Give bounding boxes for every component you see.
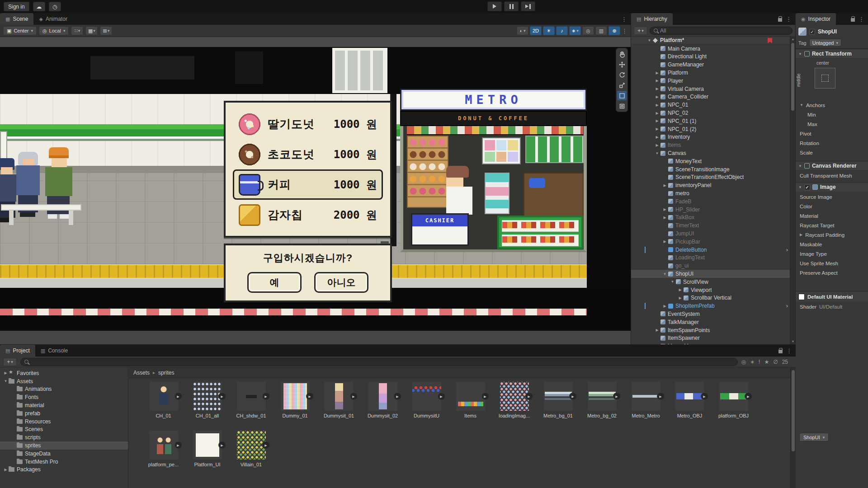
hierarchy-row[interactable]: ▶ Platform <box>631 69 790 77</box>
scrollbar-thumb[interactable] <box>792 370 795 451</box>
tab-animator[interactable]: ◈ Animator <box>33 13 73 25</box>
asset-thumbnail[interactable] <box>632 382 660 411</box>
asset-thumbnail[interactable] <box>325 382 354 411</box>
filter-by-type-icon[interactable]: ◎ <box>741 359 746 365</box>
asset-expand-icon[interactable]: ▶ <box>569 393 577 400</box>
anchors-foldout[interactable]: ▼Anchors <box>796 100 868 110</box>
kebab-menu-icon[interactable]: ⋮ <box>859 16 864 23</box>
asset-thumbnail[interactable] <box>149 431 178 460</box>
grid-visual-button[interactable]: ▦▾ <box>85 26 98 35</box>
hierarchy-row[interactable]: SceneTransitionEffectObject <box>631 174 790 182</box>
tab-scene[interactable]: ▦ Scene <box>0 13 33 25</box>
create-object-button[interactable]: +▾ <box>634 27 647 35</box>
rect-tool-button[interactable] <box>617 91 627 100</box>
hierarchy-row[interactable]: ▶ ShopItemPrefab › <box>631 302 790 310</box>
expand-arrow-icon[interactable]: ▶ <box>3 468 9 472</box>
project-tree-row[interactable]: TextMesh Pro <box>0 458 128 466</box>
hierarchy-row[interactable]: ▼ Platform* <box>631 37 790 45</box>
asset-thumbnail[interactable] <box>193 431 222 460</box>
expand-arrow-icon[interactable]: ▼ <box>662 272 668 276</box>
assetbundle-dropdown[interactable]: ShopUI▾ <box>799 433 829 441</box>
fold-arrow-icon[interactable]: ▼ <box>798 52 802 56</box>
hierarchy-scrollbar[interactable]: ▴ ▾ <box>790 37 795 344</box>
expand-arrow-icon[interactable]: ▶ <box>654 103 660 107</box>
breadcrumb-root[interactable]: Assets <box>133 370 150 376</box>
hierarchy-row[interactable]: ▼ ScrollView <box>631 278 790 286</box>
hierarchy-row[interactable]: ▶ TalkBox <box>631 214 790 222</box>
project-tree-row[interactable]: material <box>0 401 128 409</box>
scene-audio-toggle[interactable]: ♪ <box>556 26 568 35</box>
shop-menu-item[interactable]: 감자칩 2000 원 <box>233 200 383 230</box>
hierarchy-row[interactable]: ▶ NPC_02 <box>631 109 790 117</box>
expand-arrow-icon[interactable]: ▶ <box>654 111 660 115</box>
effects-dropdown[interactable]: ∗▾ <box>569 26 581 35</box>
no-button[interactable]: 아니오 <box>314 272 368 293</box>
scene-lighting-toggle[interactable]: ☀ <box>543 26 555 35</box>
tool-handle-rotation-dropdown[interactable]: ◎ Local ▾ <box>39 26 69 35</box>
asset-expand-icon[interactable]: ▶ <box>657 393 665 400</box>
shop-menu-item[interactable]: 커피 1000 원 <box>233 169 383 200</box>
hierarchy-row[interactable]: ▶ Inventory <box>631 133 790 141</box>
hierarchy-row[interactable]: ▶ NPC_01 <box>631 101 790 109</box>
asset-thumbnail[interactable] <box>719 382 748 411</box>
asset-expand-icon[interactable]: ▶ <box>525 393 533 400</box>
hierarchy-row[interactable]: ▶ Player <box>631 77 790 85</box>
asset-thumbnail[interactable] <box>544 382 573 411</box>
expand-arrow-icon[interactable]: ▼ <box>670 280 675 284</box>
lock-icon[interactable] <box>851 18 855 22</box>
project-tree-row[interactable]: Animations <box>0 385 128 394</box>
pause-button[interactable] <box>504 1 519 11</box>
project-tree-row[interactable]: ▶ Packages <box>0 466 128 474</box>
2d-mode-toggle[interactable]: 2D <box>530 26 542 35</box>
tab-project[interactable]: ▤ Project <box>0 345 35 357</box>
play-button[interactable] <box>487 1 502 11</box>
hierarchy-row[interactable]: ▶ HP_Slider <box>631 206 790 214</box>
expand-arrow-icon[interactable]: ▶ <box>654 95 660 99</box>
expand-arrow-icon[interactable]: ▶ <box>654 328 660 332</box>
expand-arrow-icon[interactable]: ▼ <box>646 38 652 42</box>
hierarchy-row[interactable]: ▶ NPC_01 (2) <box>631 125 790 133</box>
anchor-preset-widget[interactable] <box>815 68 835 89</box>
material-preview-header[interactable]: Default UI Material <box>796 291 868 302</box>
image-component-header[interactable]: ▼ ✓ Image <box>796 182 868 192</box>
asset-item[interactable]: ▶ CH_shdw_01 <box>229 381 273 430</box>
transform-tool-button[interactable] <box>617 101 627 111</box>
project-tree-row[interactable]: Scenes <box>0 426 128 434</box>
hierarchy-row[interactable]: DeleteButton › <box>631 246 790 254</box>
hierarchy-row[interactable]: LoadingText <box>631 254 790 262</box>
favorites-star-icon[interactable]: ★ <box>764 359 769 365</box>
asset-expand-icon[interactable]: ▶ <box>613 393 621 400</box>
project-tree-row[interactable]: ▼ Assets <box>0 377 128 385</box>
asset-item[interactable]: ▶ platform_OBJ <box>712 381 755 430</box>
asset-thumbnail[interactable] <box>281 382 310 411</box>
hand-tool-button[interactable] <box>617 49 627 59</box>
project-tree-row[interactable]: prefab <box>0 409 128 418</box>
breadcrumb-current[interactable]: sprites <box>158 370 174 376</box>
hierarchy-row[interactable]: TalkManager <box>631 318 790 326</box>
prefab-chevron-icon[interactable]: › <box>786 302 788 309</box>
hierarchy-row[interactable]: ▶ Viewport <box>631 286 790 294</box>
asset-item[interactable]: ▶ CH_01 <box>142 381 185 430</box>
kebab-menu-icon[interactable]: ⋮ <box>786 347 792 354</box>
asset-thumbnail[interactable] <box>500 382 529 411</box>
hierarchy-row[interactable]: SceneTransitionImage <box>631 165 790 174</box>
tab-hierarchy[interactable]: ▤ Hierarchy <box>631 13 673 25</box>
asset-item[interactable]: ▶ Metro_OBJ <box>668 381 712 430</box>
expand-arrow-icon[interactable]: ▶ <box>654 87 660 91</box>
asset-item[interactable]: ▶ Dummy_01 <box>273 381 317 430</box>
asset-thumbnail[interactable] <box>193 382 222 411</box>
tab-console[interactable]: ▥ Console <box>35 345 73 357</box>
project-tree-row[interactable]: ▶ Favorites <box>0 369 128 377</box>
shop-menu-item[interactable]: 초코도넛 1000 원 <box>233 139 383 169</box>
scene-visibility-toggle[interactable]: ◎ <box>582 26 594 35</box>
undo-history-button[interactable]: ◷ <box>49 2 61 11</box>
hierarchy-row[interactable]: FadeB <box>631 197 790 206</box>
scene-viewport[interactable]: METRO DONUT & COFFEE <box>0 37 631 344</box>
asset-expand-icon[interactable]: ▶ <box>701 393 708 400</box>
asset-thumbnail[interactable] <box>237 431 266 460</box>
scrollbar-thumb[interactable] <box>791 43 794 111</box>
rect-transform-header[interactable]: ▼ Rect Transform <box>796 49 868 59</box>
asset-expand-icon[interactable]: ▶ <box>481 393 489 400</box>
asset-thumbnail[interactable] <box>149 382 178 411</box>
hierarchy-row[interactable]: ▶ NPC_01 (1) <box>631 117 790 125</box>
